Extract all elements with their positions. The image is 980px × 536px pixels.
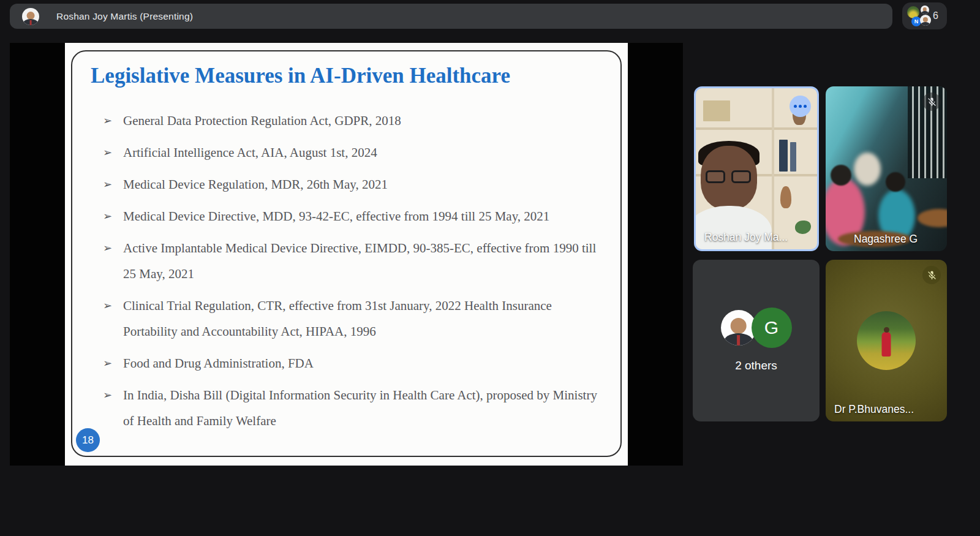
tile-more-options-button[interactable] — [790, 96, 811, 117]
video-tile-roshan[interactable]: Roshan Joy Ma... — [694, 86, 819, 251]
presenter-name-label: Roshan Joy Martis (Presenting) — [56, 4, 193, 29]
muted-mic-icon — [922, 92, 941, 111]
desk-decoration — [918, 209, 947, 227]
slide-bullet: ➢General Data Protection Regulation Act,… — [103, 108, 600, 134]
books-decoration — [790, 142, 796, 172]
bullet-arrow-icon: ➢ — [103, 108, 112, 134]
glasses-lens — [731, 170, 751, 183]
bullet-text: In India, Disha Bill (Digital Informatio… — [123, 388, 597, 428]
avatar-head — [730, 318, 747, 334]
bullet-text: Medical Device Regulation, MDR, 26th May… — [123, 177, 388, 192]
bullet-text: General Data Protection Regulation Act, … — [123, 113, 401, 128]
plant-decoration — [795, 221, 811, 234]
bullet-arrow-icon: ➢ — [103, 382, 112, 408]
person-glasses — [706, 170, 753, 184]
slide-bullet: ➢Active Implantable Medical Device Direc… — [103, 235, 600, 287]
tile-name-label: Nagashree G — [854, 233, 918, 246]
avatar-body — [921, 11, 929, 14]
video-tile-nagashree[interactable]: Nagashree G — [826, 86, 947, 251]
student-figure — [886, 172, 905, 192]
avatar-letter-g: G — [752, 308, 792, 348]
bullet-text: Active Implantable Medical Device Direct… — [123, 241, 596, 281]
bullet-text: Medical Device Directive, MDD, 93-42-EC,… — [123, 209, 549, 224]
bullet-text: Food and Drug Administration, FDA — [123, 356, 314, 371]
video-feed — [826, 86, 947, 251]
bullet-arrow-icon: ➢ — [103, 350, 112, 376]
bullet-arrow-icon: ➢ — [103, 235, 112, 261]
student-figure — [854, 153, 881, 186]
bullet-arrow-icon: ➢ — [103, 203, 112, 229]
bullet-text: Clinical Trial Regulation, CTR, effectiv… — [123, 298, 552, 339]
video-tile-bhuvanes[interactable]: Dr P.Bhuvanes... — [826, 260, 947, 421]
slide-bullet: ➢Food and Drug Administration, FDA — [103, 350, 600, 376]
meeting-control-bar: 12:04 PM | nhy-efmm-zxf — [0, 472, 980, 536]
slide-bullet-list: ➢General Data Protection Regulation Act,… — [103, 108, 600, 440]
books-decoration — [703, 100, 730, 121]
slide-title: Legislative Measures in AI-Driven Health… — [91, 64, 605, 88]
books-decoration — [779, 140, 788, 172]
slide-bullet: ➢Artificial Intelligence Act, AIA, Augus… — [103, 140, 600, 165]
participants-count-pill[interactable]: N 6 — [902, 2, 947, 29]
slide-bullet: ➢Clinical Trial Regulation, CTR, effecti… — [103, 293, 600, 344]
slide-bullet: ➢In India, Disha Bill (Digital Informati… — [103, 382, 600, 434]
photo-person-figure — [882, 332, 891, 357]
presenting-banner: Roshan Joy Martis (Presenting) — [10, 4, 892, 29]
video-tile-2-others[interactable]: G 2 others — [693, 260, 820, 421]
google-meet-window: Roshan Joy Martis (Presenting) N 6 Legis… — [0, 0, 980, 536]
presentation-stage: Legislative Measures in AI-Driven Health… — [10, 43, 683, 466]
bullet-arrow-icon: ➢ — [103, 140, 112, 165]
shared-slide: Legislative Measures in AI-Driven Health… — [65, 43, 628, 466]
dot — [804, 105, 807, 108]
overflow-avatars: G — [721, 308, 792, 348]
avatar-head — [27, 12, 35, 20]
mini-avatar-person — [920, 15, 931, 26]
presenter-avatar — [22, 8, 39, 25]
person-shirt — [694, 206, 772, 251]
muted-mic-icon — [922, 266, 941, 284]
slide-bullet: ➢Medical Device Regulation, MDR, 26th Ma… — [103, 172, 600, 197]
bullet-text: Artificial Intelligence Act, AIA, August… — [123, 145, 377, 160]
slide-page-number: 18 — [76, 428, 100, 452]
slide-bullet: ➢Medical Device Directive, MDD, 93-42-EC… — [103, 203, 600, 229]
glasses-lens — [706, 170, 725, 183]
avatar-body — [921, 22, 930, 26]
profile-photo — [857, 311, 916, 370]
vase-decoration — [780, 186, 791, 208]
bullet-arrow-icon: ➢ — [103, 172, 112, 197]
tile-name-label: 2 others — [693, 359, 820, 372]
bullet-arrow-icon: ➢ — [103, 293, 112, 319]
tile-name-label: Roshan Joy Ma... — [704, 231, 788, 244]
student-figure — [831, 165, 851, 186]
dot — [799, 105, 802, 108]
mini-avatar-person — [921, 6, 929, 14]
participant-avatars-cluster: N — [907, 5, 930, 27]
participant-count: 6 — [933, 2, 938, 29]
dot — [794, 105, 797, 108]
avatar-tie — [30, 20, 32, 25]
avatar-tie — [737, 335, 741, 345]
bookshelf-decoration — [696, 127, 817, 130]
tile-name-label: Dr P.Bhuvanes... — [834, 403, 914, 416]
